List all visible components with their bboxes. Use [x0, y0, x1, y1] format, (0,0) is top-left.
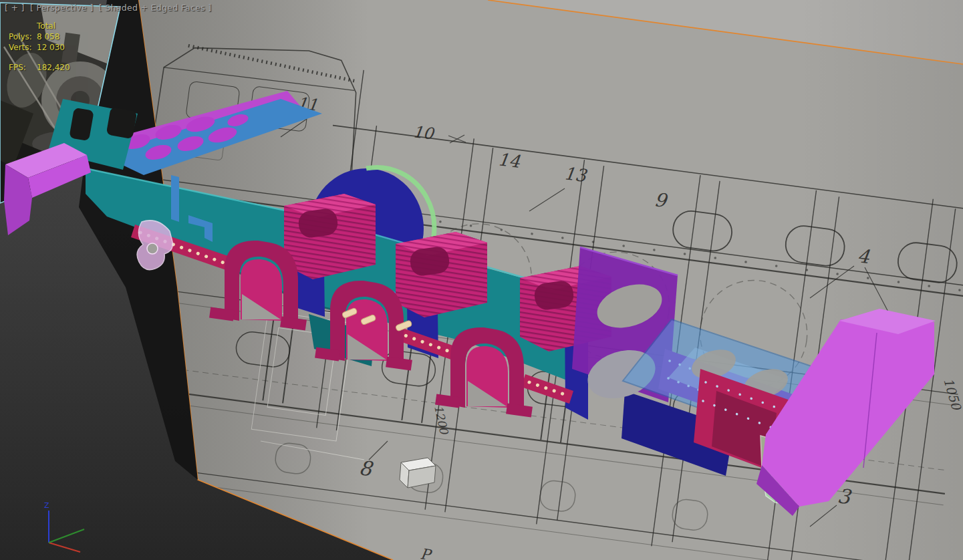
stats-title-row: Total: [9, 21, 70, 31]
stats-fps-row: FPS: 182,420: [9, 62, 70, 73]
stats-verts-row: Verts: 12 030: [9, 42, 70, 53]
horn-block-2[interactable]: [396, 232, 487, 317]
viewport-menu-view[interactable]: [ Perspective ]: [30, 3, 94, 13]
stats-group-title: Total: [37, 21, 55, 31]
z-axis-label: Z: [44, 501, 49, 510]
viewport-label: [ + ] [ Perspective ] [ Shaded + Edged F…: [5, 3, 214, 13]
white-box[interactable]: [400, 458, 436, 488]
fps-label: FPS:: [9, 62, 37, 73]
viewport-canvas[interactable]: 11 10 14 13 9 4 8 3 1050 1200 P: [0, 0, 963, 560]
statistics-overlay: Total Polys: 8 058 Verts: 12 030 FPS: 18…: [9, 21, 70, 73]
bp-num-13: 13: [563, 163, 589, 186]
stats-polys-row: Polys: 8 058: [9, 31, 70, 42]
verts-label: Verts:: [9, 42, 37, 53]
fps-value: 182,420: [37, 62, 70, 73]
verts-value: 12 030: [37, 42, 65, 53]
horn-block-1[interactable]: [284, 194, 376, 279]
bp-num-14: 14: [497, 149, 521, 172]
polys-label: Polys:: [9, 31, 37, 42]
polys-value: 8 058: [37, 31, 59, 42]
world-axis-gizmo: Z: [44, 501, 84, 552]
viewport-menu-plus[interactable]: [ + ]: [5, 3, 25, 13]
bp-num-10: 10: [412, 122, 435, 144]
viewport-menu-shading[interactable]: [ Shaded + Edged Faces ]: [99, 3, 212, 13]
max-viewport[interactable]: 11 10 14 13 9 4 8 3 1050 1200 P: [0, 0, 963, 560]
